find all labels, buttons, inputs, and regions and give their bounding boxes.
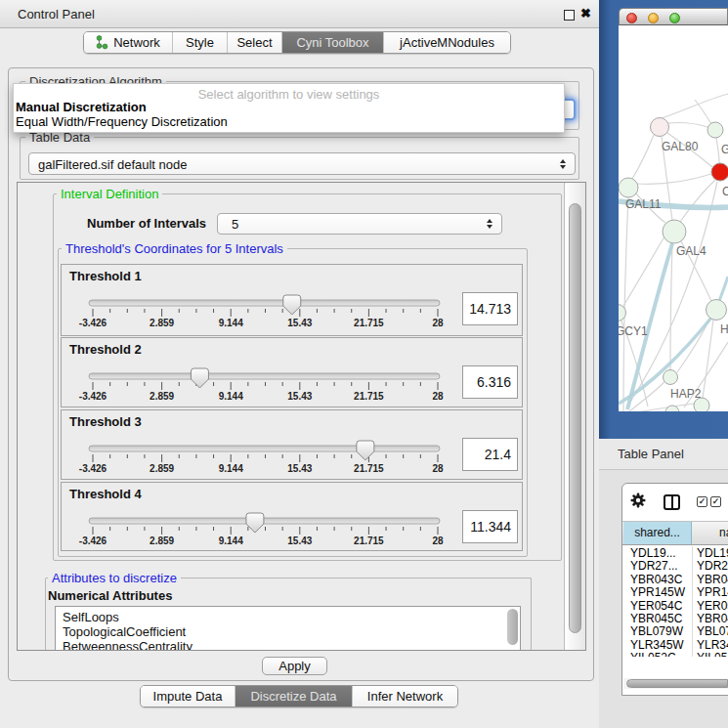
close-traffic-light[interactable] (626, 13, 637, 23)
slider-handle[interactable] (357, 441, 374, 460)
threshold-slider[interactable]: -3.4262.8599.14415.4321.71528 (62, 440, 523, 480)
combo-arrows-icon (560, 159, 567, 169)
table-data-group: Table Data galFiltered.sif default node (20, 137, 579, 180)
threshold-value-field[interactable]: 21.4 (462, 438, 518, 471)
popup-option-equal-width[interactable]: Equal Width/Frequency Discretization (14, 114, 564, 129)
threshold-value-field[interactable]: 11.344 (462, 510, 518, 543)
number-of-intervals-spinner[interactable]: 5 (217, 213, 502, 235)
node-label: GA (721, 143, 728, 156)
network-node-red-node[interactable] (711, 163, 728, 181)
svg-text:2.859: 2.859 (150, 391, 174, 402)
threshold-label: Threshold 2 (69, 342, 142, 357)
cell-shared-name: YIL052C (630, 651, 676, 657)
table-row[interactable]: YDL19...YDL19 (622, 546, 728, 559)
svg-text:21.715: 21.715 (354, 463, 384, 474)
threshold-box-1: Threshold 1 -3.4262.8599.14415.4321.7152… (61, 264, 523, 336)
table-hscrollbar[interactable] (623, 678, 728, 689)
network-window-titlebar[interactable] (619, 8, 728, 25)
table-hscrollbar-thumb[interactable] (626, 679, 728, 688)
zoom-traffic-light[interactable] (669, 13, 680, 23)
table-row[interactable]: YBL079WYBL07 (622, 624, 728, 637)
tab-infer-network[interactable]: Infer Network (353, 686, 457, 707)
column-header-name[interactable]: name (719, 522, 728, 544)
table-row[interactable]: YDR27...YDR27 (622, 559, 728, 572)
cell-name: YBR04 (697, 612, 728, 625)
tab-style[interactable]: Style (173, 32, 228, 53)
numerical-attributes-list[interactable]: SelfLoopsTopologicalCoefficientBetweenne… (55, 606, 521, 651)
cell-name: YPR14 (697, 585, 728, 599)
network-node-GAL80[interactable] (651, 118, 669, 137)
list-scrollbar[interactable] (507, 609, 518, 645)
interval-definition-group: Interval Definition Number of Intervals … (53, 193, 562, 561)
tab-impute-data[interactable]: Impute Data (141, 686, 236, 707)
tab-select[interactable]: Select (228, 32, 282, 53)
scrollbar-thumb[interactable] (569, 203, 581, 633)
network-canvas[interactable]: GAL80GACGAL11GAL4GCY1HHAP2 (619, 25, 728, 411)
node-table: ✓ ✓ shared... name YDL19...YDL19YDR27...… (621, 483, 728, 696)
cell-name: YDL19 (697, 546, 728, 560)
cell-shared-name: YER054C (630, 599, 682, 613)
slider-handle[interactable] (283, 295, 301, 315)
float-window-icon[interactable] (564, 10, 575, 21)
svg-text:15.43: 15.43 (287, 535, 312, 546)
minimize-traffic-light[interactable] (648, 13, 659, 23)
apply-button[interactable]: Apply (262, 657, 327, 675)
threshold-slider[interactable]: -3.4262.8599.14415.4321.71528 (62, 294, 523, 334)
cell-name: YIL05 (697, 651, 727, 657)
tab-network-label: Network (113, 35, 160, 50)
cell-name: YBR04 (697, 573, 728, 586)
network-node-GAL4[interactable] (663, 220, 686, 243)
threshold-slider[interactable]: -3.4262.8599.14415.4321.71528 (62, 512, 523, 551)
split-columns-icon[interactable] (664, 494, 680, 510)
gear-icon[interactable] (630, 492, 646, 508)
attribute-list-item[interactable]: BetweennessCentrality (56, 639, 520, 651)
svg-text:9.144: 9.144 (219, 535, 243, 546)
svg-text:28: 28 (432, 463, 444, 474)
cell-shared-name: YBR045C (630, 612, 682, 625)
threshold-slider[interactable]: -3.4262.8599.14415.4321.71528 (62, 367, 523, 407)
svg-text:-3.426: -3.426 (79, 535, 107, 546)
popup-option-manual[interactable]: Manual Discretization (14, 100, 564, 114)
table-row[interactable]: YBR045CYBR04 (622, 612, 728, 624)
table-header: shared... name (622, 521, 728, 545)
checkbox-icon-2[interactable]: ✓ (710, 496, 721, 507)
node-label: C (722, 185, 728, 198)
network-node-HAP2[interactable] (664, 370, 678, 385)
table-row[interactable]: YPR145WYPR14 (622, 585, 728, 598)
table-row[interactable]: YER054CYER05 (622, 599, 728, 612)
interval-definition-group-title: Interval Definition (57, 187, 162, 201)
network-node-GAL11[interactable] (619, 178, 638, 197)
svg-text:28: 28 (432, 318, 444, 328)
network-node-H-node[interactable] (707, 300, 727, 321)
slider-handle[interactable] (246, 513, 264, 533)
table-rows: YDL19...YDL19YDR27...YDR27YBR043CYBR04YP… (622, 546, 728, 657)
svg-text:28: 28 (432, 391, 444, 402)
node-label: GCY1 (619, 324, 648, 338)
tab-discretize-data[interactable]: Discretize Data (236, 686, 353, 707)
tab-network[interactable]: Network (84, 32, 173, 53)
tab-cyni-toolbox[interactable]: Cyni Toolbox (282, 32, 384, 53)
network-node-bottom-node-1[interactable] (694, 398, 709, 411)
attribute-list-item[interactable]: SelfLoops (56, 610, 520, 624)
thresholds-group-title: Threshold's Coordinates for 5 Intervals (62, 241, 287, 256)
checkbox-icon-1[interactable]: ✓ (697, 496, 707, 507)
cell-shared-name: YBL079W (630, 624, 683, 638)
table-row[interactable]: YIL052CYIL05 (622, 651, 728, 657)
scrollbar-track[interactable] (564, 183, 585, 650)
close-icon[interactable]: ✖ (580, 6, 591, 21)
svg-text:-3.426: -3.426 (79, 463, 107, 474)
svg-text:-3.426: -3.426 (79, 391, 107, 402)
tab-jactivemnodules[interactable]: jActiveMNodules (384, 32, 510, 53)
threshold-value-field[interactable]: 6.316 (462, 365, 518, 399)
column-header-shared-name[interactable]: shared... (623, 522, 692, 544)
threshold-value-field[interactable]: 14.713 (462, 292, 518, 325)
table-data-combo[interactable]: galFiltered.sif default node (28, 152, 576, 175)
node-label: GAL4 (676, 244, 707, 258)
table-row[interactable]: YBR043CYBR04 (622, 573, 728, 585)
slider-handle[interactable] (191, 368, 208, 388)
threshold-box-2: Threshold 2 -3.4262.8599.14415.4321.7152… (61, 337, 523, 407)
table-row[interactable]: YLR345WYLR34 (622, 638, 728, 651)
network-node-GAL7[interactable] (707, 122, 723, 138)
attribute-list-item[interactable]: TopologicalCoefficient (56, 624, 520, 639)
threshold-box-3: Threshold 3 -3.4262.8599.14415.4321.7152… (61, 409, 523, 480)
